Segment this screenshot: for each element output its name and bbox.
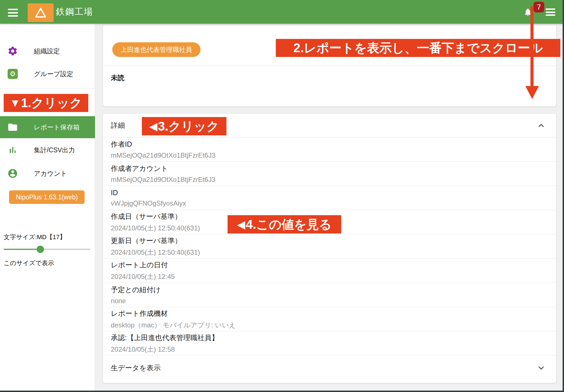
chevron-up-icon[interactable] (537, 121, 545, 130)
app-header: 鉄鋼工場 7 (0, 0, 564, 24)
scroll-down-arrow-line (530, 6, 534, 87)
detail-card: 詳細 作者ID mMSejOQa21d9OtXo1BtjFzrEt6J3 作成者… (103, 114, 556, 383)
detail-row-id: ID vWJpjgQFNOgSfyosAiyx (103, 186, 556, 210)
raw-data-toggle[interactable]: 生データを表示 (103, 356, 556, 383)
detail-row-report-date: レポート上の日付 2024/10/05(土) 12:45 (103, 259, 556, 283)
chevron-down-icon[interactable] (537, 364, 545, 372)
row-value: 2024/10/05(土) 12:58 (111, 345, 548, 354)
annotation-step4: ◀ 4.この値を見る (228, 215, 341, 234)
app-logo[interactable] (28, 3, 54, 22)
notification-count-badge: 7 (534, 2, 544, 12)
status-unread-label: 未読 (111, 73, 124, 82)
report-summary-card: 上田進也代表管理職社員 未読 (103, 25, 556, 106)
page-title: 鉄鋼工場 (56, 0, 93, 24)
slider-thumb[interactable] (37, 246, 44, 253)
gear-icon (7, 45, 18, 57)
row-value: mMSejOQa21d9OtXo1BtjFzrEt6J3 (111, 176, 548, 184)
triangle-logo-icon (35, 7, 47, 18)
sidebar-item-label: アカウント (34, 169, 67, 178)
detail-row-schedule-link: 予定との紐付け none (103, 283, 556, 307)
account-icon (7, 168, 18, 179)
row-label: 作者ID (111, 140, 548, 149)
row-label: ID (111, 189, 548, 197)
left-triangle-icon: ◀ (237, 219, 245, 230)
row-label: 更新日（サーバ基準） (111, 236, 548, 245)
sidebar-item-label: 組織設定 (34, 47, 60, 56)
row-value: 2024/10/05(土) 12:50:40(631) (111, 248, 548, 257)
sidebar-item-label: グループ設定 (34, 70, 73, 78)
card-divider (103, 66, 556, 66)
sidebar-item-group-settings[interactable]: ⚙ グループ設定 (0, 65, 95, 82)
scroll-down-arrow-head (525, 86, 539, 99)
detail-row-device: レポート作成機材 desktop（mac） モバイルアプリ: いいえ (103, 307, 556, 331)
annotation-step3: ◀ 3.クリック (142, 117, 226, 135)
version-button[interactable]: NipoPlus 1.63.1(web) (9, 190, 85, 204)
row-label: 作成者アカウント (111, 164, 548, 173)
annotation-step1: ▼ 1.クリック (4, 94, 88, 112)
sidebar-item-label: 集計/CSV出力 (34, 146, 75, 155)
annotation-text: 2.レポートを表示し、一番下までスクロール (293, 42, 543, 54)
group-gear-icon: ⚙ (7, 68, 18, 80)
annotation-text: 1.クリック (21, 97, 82, 109)
font-size-label: 文字サイズ:MD【17】 (4, 233, 66, 241)
sidebar-item-account[interactable]: アカウント (0, 165, 95, 182)
slider-fill (4, 249, 40, 250)
sidebar-item-label: レポート保存箱 (34, 123, 80, 132)
row-label: レポート上の日付 (111, 260, 548, 270)
row-value: vWJpjgQFNOgSfyosAiyx (111, 199, 548, 207)
app-screen: 鉄鋼工場 7 組織設定 ⚙ グループ設定 レポート保存箱 (0, 0, 564, 392)
row-label: レポート作成機材 (111, 309, 548, 318)
font-size-slider[interactable] (4, 245, 90, 253)
folder-icon (7, 122, 18, 133)
window-edge-right (563, 0, 564, 392)
detail-row-updated-at: 更新日（サーバ基準） 2024/10/05(土) 12:50:40(631) (103, 234, 556, 259)
row-label: 承認:【上田進也代表管理職社員】 (111, 333, 548, 342)
sidebar-item-csv-export[interactable]: 集計/CSV出力 (0, 142, 95, 158)
row-value: 2024/10/05(土) 12:45 (111, 272, 548, 281)
annotation-text: 4.この値を見る (246, 218, 332, 231)
down-triangle-icon: ▼ (10, 98, 21, 108)
row-value: none (111, 297, 548, 305)
author-chip[interactable]: 上田進也代表管理職社員 (112, 42, 201, 57)
detail-row-creator-account: 作成者アカウント mMSejOQa21d9OtXo1BtjFzrEt6J3 (103, 162, 556, 186)
sidebar: 組織設定 ⚙ グループ設定 レポート保存箱 集計/CSV出力 アカウント Nip… (0, 24, 95, 392)
row-label: 予定との紐付け (111, 285, 548, 294)
left-triangle-icon: ◀ (149, 121, 157, 132)
row-value: mMSejOQa21d9OtXo1BtjFzrEt6J3 (111, 151, 548, 159)
annotation-text: 3.クリック (158, 120, 219, 133)
detail-row-author-id: 作者ID mMSejOQa21d9OtXo1BtjFzrEt6J3 (103, 137, 556, 162)
menu-icon[interactable] (8, 9, 18, 17)
bar-chart-icon (7, 144, 18, 156)
apply-size-label: このサイズで表示 (4, 259, 54, 267)
annotation-step2: 2.レポートを表示し、一番下までスクロール (276, 39, 560, 57)
sidebar-item-report-box[interactable]: レポート保存箱 (0, 116, 95, 138)
sidebar-item-org-settings[interactable]: 組織設定 (0, 43, 95, 60)
sidebar-divider (0, 88, 95, 89)
overflow-menu-icon[interactable] (546, 8, 555, 16)
detail-row-approval: 承認:【上田進也代表管理職社員】 2024/10/05(土) 12:58 (103, 331, 556, 356)
raw-data-label: 生データを表示 (111, 363, 161, 373)
window-edge-bottom (0, 391, 564, 392)
detail-title: 詳細 (111, 121, 125, 130)
row-value: desktop（mac） モバイルアプリ: いいえ (111, 321, 548, 330)
